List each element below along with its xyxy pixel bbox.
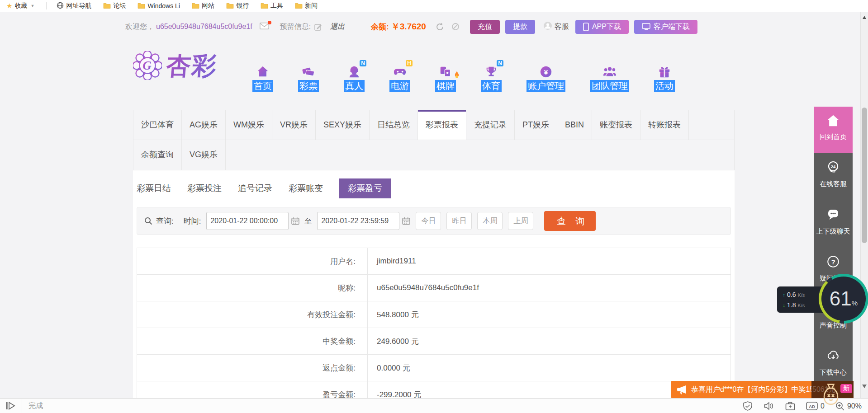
nav-item-lottery[interactable]: 彩票 bbox=[298, 63, 319, 92]
divider bbox=[46, 2, 47, 9]
side-home-button[interactable]: 回到首页 bbox=[814, 107, 853, 153]
nav-item-sports[interactable]: N 体育 bbox=[481, 63, 502, 92]
continue-play-icon[interactable] bbox=[5, 402, 16, 410]
nav-label: 账户管理 bbox=[526, 80, 565, 92]
row-value: u65e0u5948u7684u5c0fu9e1f bbox=[368, 275, 730, 301]
side-chat-button[interactable]: 上下级聊天 bbox=[814, 200, 853, 247]
divider bbox=[22, 399, 22, 413]
nav-item-promotions[interactable]: 活动 bbox=[654, 63, 675, 92]
nav-item-egames[interactable]: H 电游 bbox=[389, 63, 410, 92]
tab-lottery-report[interactable]: 彩票报表 bbox=[418, 110, 466, 140]
logo-flower-icon: G bbox=[133, 51, 162, 82]
gift-icon bbox=[658, 63, 671, 79]
tab-deposit-withdraw[interactable]: 充提记录 bbox=[466, 110, 515, 140]
red-packet-widget[interactable]: 5061元 新 bbox=[811, 381, 854, 398]
browser-status-bar: 完成 AD0 90% bbox=[0, 398, 868, 413]
tab-transfer-report[interactable]: 转账报表 bbox=[640, 110, 689, 140]
query-submit-button[interactable]: 查 询 bbox=[544, 211, 596, 231]
logout-link[interactable]: 退出 bbox=[330, 22, 345, 32]
subtab-bets[interactable]: 彩票投注 bbox=[187, 183, 222, 194]
row-label: 盈亏金额: bbox=[137, 381, 368, 398]
headset-24-icon: 24 bbox=[826, 160, 840, 176]
mute-speaker-icon[interactable] bbox=[764, 401, 774, 411]
app-download-button[interactable]: APP下载 bbox=[575, 20, 629, 34]
row-label: 用户名: bbox=[137, 248, 368, 274]
page-scrollbar[interactable] bbox=[860, 12, 868, 398]
nav-item-boardgames[interactable]: 棋牌 bbox=[435, 63, 456, 92]
message-icon[interactable] bbox=[260, 23, 269, 31]
logo-text: 杏彩 bbox=[165, 50, 218, 83]
tab-bbin[interactable]: BBIN bbox=[557, 110, 592, 140]
time-label: 时间: bbox=[184, 216, 201, 226]
folder-icon bbox=[138, 2, 145, 10]
upload-arrow-icon: ↑ bbox=[783, 290, 785, 300]
tab-pt[interactable]: PT娱乐 bbox=[515, 110, 557, 140]
tab-sexy[interactable]: SEXY娱乐 bbox=[316, 110, 370, 140]
bookmark-folder-windows[interactable]: Windows Li bbox=[138, 2, 180, 10]
edit-icon[interactable] bbox=[314, 23, 322, 31]
tab-vr[interactable]: VR娱乐 bbox=[272, 110, 316, 140]
svg-text:G: G bbox=[142, 59, 152, 72]
nav-item-home[interactable]: 首页 bbox=[252, 63, 273, 92]
recharge-button[interactable]: 充值 bbox=[470, 20, 500, 34]
quick-lastweek-button[interactable]: 上周 bbox=[508, 212, 533, 230]
bookmark-folder-forum[interactable]: 论坛 bbox=[103, 2, 126, 10]
client-download-button[interactable]: 客户端下载 bbox=[634, 20, 697, 34]
extensions-case-icon[interactable] bbox=[785, 401, 795, 411]
resource-gauge[interactable]: 61 % bbox=[819, 274, 868, 324]
mahjong-icon bbox=[439, 63, 452, 79]
subtab-daily[interactable]: 彩票日结 bbox=[137, 183, 171, 194]
bookmark-nav-site[interactable]: 网址导航 bbox=[57, 2, 91, 10]
nav-item-account[interactable]: ¥ 账户管理 bbox=[526, 63, 565, 92]
nav-item-team[interactable]: 团队管理 bbox=[590, 63, 629, 92]
new-badge: 新 bbox=[840, 384, 852, 393]
app-download-label: APP下载 bbox=[592, 22, 621, 32]
bookmark-folder-news[interactable]: 新闻 bbox=[295, 2, 318, 10]
site-logo[interactable]: G 杏彩 bbox=[133, 50, 217, 83]
winner-notification[interactable]: 恭喜用户d***0在【河内5分彩】中奖15061元 5061元 新 bbox=[671, 381, 854, 398]
date-to-input[interactable] bbox=[317, 212, 399, 230]
favorites-menu[interactable]: ★ 收藏 ▼ bbox=[6, 2, 34, 10]
hide-balance-icon[interactable] bbox=[451, 22, 460, 31]
bookmark-folder-bank[interactable]: 银行 bbox=[226, 2, 249, 10]
security-shield-icon[interactable] bbox=[743, 401, 753, 411]
tab-wm[interactable]: WM娱乐 bbox=[226, 110, 272, 140]
customer-service-link[interactable]: 客服 bbox=[543, 21, 569, 32]
table-row: 昵称: u65e0u5948u7684u5c0fu9e1f bbox=[137, 275, 730, 301]
nav-label: 电游 bbox=[389, 80, 410, 92]
quick-thisweek-button[interactable]: 本周 bbox=[477, 212, 503, 230]
quick-yesterday-button[interactable]: 昨日 bbox=[446, 212, 472, 230]
home-icon bbox=[826, 114, 840, 129]
scrollbar-thumb[interactable] bbox=[862, 108, 867, 243]
nav-item-live[interactable]: N 真人 bbox=[344, 63, 365, 92]
scroll-up-arrow-icon[interactable] bbox=[863, 16, 866, 19]
table-row: 有效投注金额: 548.8000 元 bbox=[137, 301, 730, 328]
reserved-info-label: 预留信息: bbox=[280, 22, 311, 32]
refresh-icon[interactable] bbox=[435, 22, 445, 32]
calendar-icon[interactable] bbox=[291, 217, 299, 225]
tab-vg[interactable]: VG娱乐 bbox=[182, 140, 226, 170]
tab-shaba-sports[interactable]: 沙巴体育 bbox=[133, 110, 182, 140]
withdraw-button[interactable]: 提款 bbox=[505, 20, 535, 34]
subtab-chase[interactable]: 追号记录 bbox=[238, 183, 272, 194]
row-label: 中奖金额: bbox=[137, 328, 368, 354]
tab-balance-query[interactable]: 余额查询 bbox=[133, 140, 182, 170]
date-from-input[interactable] bbox=[206, 212, 289, 230]
browser-window: ★ 收藏 ▼ 网址导航 论坛 Windows Li 网站 银行 工具 bbox=[0, 0, 868, 413]
calendar-icon[interactable] bbox=[402, 217, 410, 225]
upload-speed: 0.6 bbox=[787, 290, 796, 300]
tab-balance-change[interactable]: 账变报表 bbox=[592, 110, 640, 140]
bookmark-folder-tools[interactable]: 工具 bbox=[261, 2, 283, 10]
badge-n: N bbox=[360, 60, 366, 66]
tab-ag[interactable]: AG娱乐 bbox=[182, 110, 226, 140]
scroll-down-arrow-icon[interactable] bbox=[862, 385, 867, 388]
tab-daily-summary[interactable]: 日结总览 bbox=[370, 110, 418, 140]
subtab-account-change[interactable]: 彩票账变 bbox=[289, 183, 323, 194]
query-label: 查询: bbox=[156, 216, 174, 226]
subtab-profit-loss[interactable]: 彩票盈亏 bbox=[339, 178, 391, 198]
table-row: 中奖金额: 249.6000 元 bbox=[137, 328, 730, 355]
quick-today-button[interactable]: 今日 bbox=[416, 212, 441, 230]
bookmark-folder-sites[interactable]: 网站 bbox=[192, 2, 214, 10]
phone-icon bbox=[583, 23, 589, 31]
side-service-button[interactable]: 24 在线客服 bbox=[814, 153, 853, 200]
